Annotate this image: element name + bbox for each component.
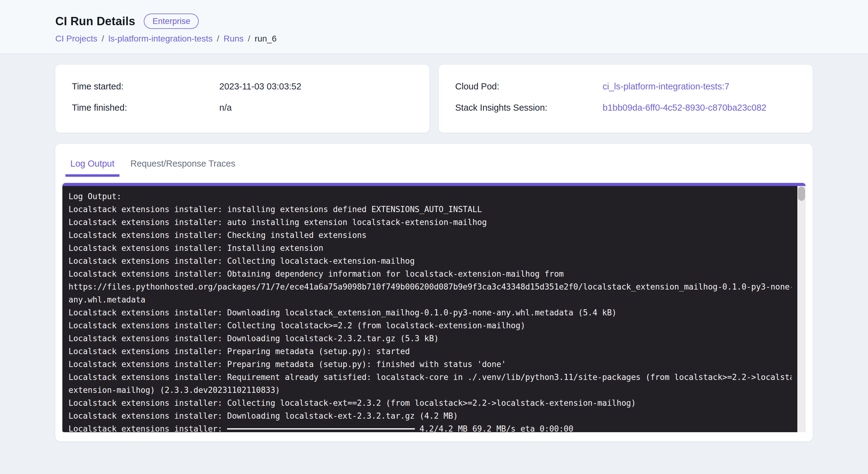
breadcrumb: CI Projects / ls-platform-integration-te… xyxy=(55,34,813,43)
stack-insights-session-row: Stack Insights Session: b1bb09da-6ff0-4c… xyxy=(455,102,796,113)
log-line: Localstack extensions installer: install… xyxy=(68,203,792,216)
log-line: Localstack extensions installer: Prepari… xyxy=(68,345,792,358)
time-started-value: 2023-11-03 03:03:52 xyxy=(219,81,413,92)
breadcrumb-separator: / xyxy=(248,34,250,43)
log-line: extension-mailhog) (2.3.3.dev20231102110… xyxy=(68,384,792,396)
run-details-card: Log Output Request/Response Traces Log O… xyxy=(55,144,813,441)
breadcrumb-separator: / xyxy=(217,34,219,43)
log-line: Localstack extensions installer: Obtaini… xyxy=(68,267,792,280)
tab-log-output[interactable]: Log Output xyxy=(65,157,120,177)
log-line: Localstack extensions installer: Prepari… xyxy=(68,358,792,371)
log-line: Localstack extensions installer: Downloa… xyxy=(68,306,792,319)
cloud-pod-link[interactable]: ci_ls-platform-integration-tests:7 xyxy=(602,81,796,92)
title-row: CI Run Details Enterprise xyxy=(55,13,813,29)
cloud-pod-label: Cloud Pod: xyxy=(455,81,602,92)
breadcrumb-link-project[interactable]: ls-platform-integration-tests xyxy=(108,34,213,43)
page-title: CI Run Details xyxy=(55,15,135,28)
tabs-row: Log Output Request/Response Traces xyxy=(62,157,806,177)
log-line: Localstack extensions installer: Downloa… xyxy=(68,410,792,422)
breadcrumb-separator: / xyxy=(102,34,104,43)
time-info-card: Time started: 2023-11-03 03:03:52 Time f… xyxy=(55,64,429,133)
info-cards-row: Time started: 2023-11-03 03:03:52 Time f… xyxy=(55,64,813,133)
time-started-label: Time started: xyxy=(72,81,219,92)
page-root: CI Run Details Enterprise CI Projects / … xyxy=(0,0,868,441)
breadcrumb-link-runs[interactable]: Runs xyxy=(224,34,244,43)
links-info-card: Cloud Pod: ci_ls-platform-integration-te… xyxy=(439,64,813,133)
time-finished-label: Time finished: xyxy=(72,102,219,113)
log-line: Localstack extensions installer: Collect… xyxy=(68,396,792,410)
time-finished-value: n/a xyxy=(219,102,413,113)
enterprise-badge: Enterprise xyxy=(144,13,199,29)
log-line: https://files.pythonhosted.org/packages/… xyxy=(68,280,792,293)
time-finished-row: Time finished: n/a xyxy=(72,102,413,113)
stack-insights-session-label: Stack Insights Session: xyxy=(455,102,602,113)
stack-insights-session-link[interactable]: b1bb09da-6ff0-4c52-8930-c870ba23c082 xyxy=(602,102,796,113)
tab-request-response-traces[interactable]: Request/Response Traces xyxy=(126,157,241,177)
breadcrumb-link-ci-projects[interactable]: CI Projects xyxy=(55,34,97,43)
breadcrumb-current-run: run_6 xyxy=(255,34,277,43)
log-line: Localstack extensions installer: auto in… xyxy=(68,216,792,229)
log-line: Localstack extensions installer: Collect… xyxy=(68,255,792,267)
time-started-row: Time started: 2023-11-03 03:03:52 xyxy=(72,81,413,92)
log-line: Localstack extensions installer: Require… xyxy=(68,371,792,384)
log-line: Localstack extensions installer: Downloa… xyxy=(68,332,792,345)
cloud-pod-row: Cloud Pod: ci_ls-platform-integration-te… xyxy=(455,81,796,92)
log-output-content: Log Output: Localstack extensions instal… xyxy=(62,186,806,432)
log-line: Localstack extensions installer: ━━━━━━━… xyxy=(68,422,792,432)
log-line: Localstack extensions installer: Install… xyxy=(68,242,792,255)
log-line: Log Output: xyxy=(68,190,792,203)
page-header: CI Run Details Enterprise CI Projects / … xyxy=(0,0,868,54)
log-line: any.whl.metadata xyxy=(68,293,792,306)
log-line: Localstack extensions installer: Checkin… xyxy=(68,229,792,242)
log-output-terminal[interactable]: Log Output: Localstack extensions instal… xyxy=(62,183,806,432)
log-line: Localstack extensions installer: Collect… xyxy=(68,319,792,332)
log-scrollbar-track[interactable] xyxy=(797,186,806,432)
log-scrollbar-thumb[interactable] xyxy=(798,186,805,201)
